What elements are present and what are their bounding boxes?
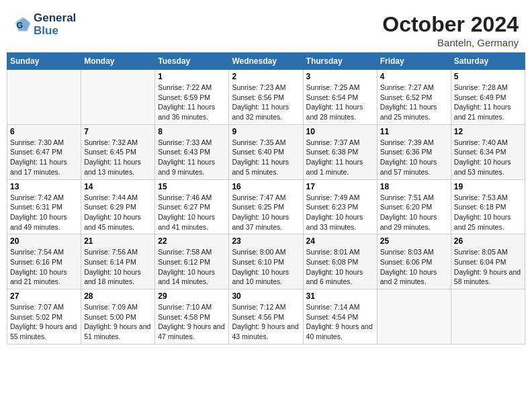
weekday-header-row: SundayMondayTuesdayWednesdayThursdayFrid… <box>7 53 525 70</box>
day-number: 23 <box>232 236 300 246</box>
calendar-cell: 6Sunrise: 7:30 AMSunset: 6:47 PMDaylight… <box>7 124 81 179</box>
weekday-header-thursday: Thursday <box>303 53 377 70</box>
calendar-cell: 28Sunrise: 7:09 AMSunset: 5:00 PMDayligh… <box>81 289 155 345</box>
cell-info: Sunrise: 7:37 AMSunset: 6:38 PMDaylight:… <box>306 138 374 177</box>
cell-info: Sunrise: 7:30 AMSunset: 6:47 PMDaylight:… <box>10 138 78 177</box>
calendar-cell: 9Sunrise: 7:35 AMSunset: 6:40 PMDaylight… <box>229 124 303 179</box>
weekday-header-sunday: Sunday <box>7 53 81 70</box>
cell-info: Sunrise: 7:28 AMSunset: 6:49 PMDaylight:… <box>454 83 522 122</box>
cell-info: Sunrise: 7:09 AMSunset: 5:00 PMDaylight:… <box>84 302 152 342</box>
day-number: 10 <box>306 127 374 136</box>
day-number: 20 <box>10 236 78 246</box>
day-number: 7 <box>84 127 152 136</box>
calendar-cell: 13Sunrise: 7:42 AMSunset: 6:31 PMDayligh… <box>7 179 81 234</box>
cell-info: Sunrise: 7:56 AMSunset: 6:14 PMDaylight:… <box>84 247 152 287</box>
calendar-cell: 1Sunrise: 7:22 AMSunset: 6:59 PMDaylight… <box>155 70 229 125</box>
calendar-cell: 3Sunrise: 7:25 AMSunset: 6:54 PMDaylight… <box>303 70 377 125</box>
location: Banteln, Germany <box>382 37 519 48</box>
calendar-cell: 7Sunrise: 7:32 AMSunset: 6:45 PMDaylight… <box>81 124 155 179</box>
week-row-3: 13Sunrise: 7:42 AMSunset: 6:31 PMDayligh… <box>7 179 525 234</box>
week-row-2: 6Sunrise: 7:30 AMSunset: 6:47 PMDaylight… <box>7 124 525 179</box>
week-row-1: 1Sunrise: 7:22 AMSunset: 6:59 PMDaylight… <box>7 70 525 125</box>
calendar-cell: 18Sunrise: 7:51 AMSunset: 6:20 PMDayligh… <box>377 179 451 234</box>
cell-info: Sunrise: 7:10 AMSunset: 4:58 PMDaylight:… <box>158 302 226 342</box>
logo-icon: G <box>13 15 32 34</box>
day-number: 6 <box>10 127 78 136</box>
cell-info: Sunrise: 7:25 AMSunset: 6:54 PMDaylight:… <box>306 83 374 122</box>
calendar-cell: 24Sunrise: 8:01 AMSunset: 6:08 PMDayligh… <box>303 234 377 289</box>
calendar-cell: 4Sunrise: 7:27 AMSunset: 6:52 PMDaylight… <box>377 70 451 125</box>
calendar-cell: 14Sunrise: 7:44 AMSunset: 6:29 PMDayligh… <box>81 179 155 234</box>
calendar-cell: 23Sunrise: 8:00 AMSunset: 6:10 PMDayligh… <box>229 234 303 289</box>
day-number: 8 <box>158 127 226 136</box>
day-number: 19 <box>454 182 522 191</box>
cell-info: Sunrise: 8:03 AMSunset: 6:06 PMDaylight:… <box>380 247 448 287</box>
day-number: 13 <box>10 182 78 191</box>
cell-info: Sunrise: 7:33 AMSunset: 6:43 PMDaylight:… <box>158 138 226 177</box>
weekday-header-tuesday: Tuesday <box>155 53 229 70</box>
cell-info: Sunrise: 7:22 AMSunset: 6:59 PMDaylight:… <box>158 83 226 122</box>
cell-info: Sunrise: 8:00 AMSunset: 6:10 PMDaylight:… <box>232 247 300 287</box>
calendar-cell: 11Sunrise: 7:39 AMSunset: 6:36 PMDayligh… <box>377 124 451 179</box>
cell-info: Sunrise: 7:47 AMSunset: 6:25 PMDaylight:… <box>232 193 300 232</box>
cell-info: Sunrise: 8:05 AMSunset: 6:04 PMDaylight:… <box>454 247 522 287</box>
calendar-cell: 29Sunrise: 7:10 AMSunset: 4:58 PMDayligh… <box>155 289 229 345</box>
cell-info: Sunrise: 7:49 AMSunset: 6:23 PMDaylight:… <box>306 193 374 232</box>
day-number: 26 <box>454 236 522 246</box>
day-number: 31 <box>306 291 374 301</box>
calendar-table: SundayMondayTuesdayWednesdayThursdayFrid… <box>7 52 525 345</box>
day-number: 9 <box>232 127 300 136</box>
cell-info: Sunrise: 7:46 AMSunset: 6:27 PMDaylight:… <box>158 193 226 232</box>
calendar-cell: 19Sunrise: 7:53 AMSunset: 6:18 PMDayligh… <box>451 179 525 234</box>
day-number: 24 <box>306 236 374 246</box>
calendar-cell: 12Sunrise: 7:40 AMSunset: 6:34 PMDayligh… <box>451 124 525 179</box>
cell-info: Sunrise: 7:23 AMSunset: 6:56 PMDaylight:… <box>232 83 300 122</box>
day-number: 5 <box>454 72 522 81</box>
header: G General Blue October 2024 Banteln, Ger… <box>7 7 525 52</box>
day-number: 27 <box>10 291 78 301</box>
title-area: October 2024 Banteln, Germany <box>382 12 519 48</box>
day-number: 14 <box>84 182 152 191</box>
calendar-cell: 5Sunrise: 7:28 AMSunset: 6:49 PMDaylight… <box>451 70 525 125</box>
calendar-cell <box>451 289 525 345</box>
day-number: 3 <box>306 72 374 81</box>
calendar-cell: 27Sunrise: 7:07 AMSunset: 5:02 PMDayligh… <box>7 289 81 345</box>
calendar-cell: 20Sunrise: 7:54 AMSunset: 6:16 PMDayligh… <box>7 234 81 289</box>
calendar-cell <box>7 70 81 125</box>
calendar-cell: 22Sunrise: 7:58 AMSunset: 6:12 PMDayligh… <box>155 234 229 289</box>
cell-info: Sunrise: 7:40 AMSunset: 6:34 PMDaylight:… <box>454 138 522 177</box>
weekday-header-saturday: Saturday <box>451 53 525 70</box>
cell-info: Sunrise: 7:54 AMSunset: 6:16 PMDaylight:… <box>10 247 78 287</box>
cell-info: Sunrise: 7:53 AMSunset: 6:18 PMDaylight:… <box>454 193 522 232</box>
day-number: 17 <box>306 182 374 191</box>
calendar-cell <box>81 70 155 125</box>
calendar-cell: 17Sunrise: 7:49 AMSunset: 6:23 PMDayligh… <box>303 179 377 234</box>
day-number: 2 <box>232 72 300 81</box>
cell-info: Sunrise: 8:01 AMSunset: 6:08 PMDaylight:… <box>306 247 374 287</box>
day-number: 1 <box>158 72 226 81</box>
day-number: 30 <box>232 291 300 301</box>
cell-info: Sunrise: 7:07 AMSunset: 5:02 PMDaylight:… <box>10 302 78 342</box>
day-number: 4 <box>380 72 448 81</box>
cell-info: Sunrise: 7:27 AMSunset: 6:52 PMDaylight:… <box>380 83 448 122</box>
week-row-4: 20Sunrise: 7:54 AMSunset: 6:16 PMDayligh… <box>7 234 525 289</box>
cell-info: Sunrise: 7:39 AMSunset: 6:36 PMDaylight:… <box>380 138 448 177</box>
calendar-cell: 31Sunrise: 7:14 AMSunset: 4:54 PMDayligh… <box>303 289 377 345</box>
weekday-header-wednesday: Wednesday <box>229 53 303 70</box>
day-number: 16 <box>232 182 300 191</box>
day-number: 12 <box>454 127 522 136</box>
svg-text:G: G <box>17 20 23 30</box>
calendar-cell: 15Sunrise: 7:46 AMSunset: 6:27 PMDayligh… <box>155 179 229 234</box>
weekday-header-friday: Friday <box>377 53 451 70</box>
calendar-cell <box>377 289 451 345</box>
cell-info: Sunrise: 7:42 AMSunset: 6:31 PMDaylight:… <box>10 193 78 232</box>
logo-text: General Blue <box>34 12 76 37</box>
calendar-cell: 16Sunrise: 7:47 AMSunset: 6:25 PMDayligh… <box>229 179 303 234</box>
calendar-cell: 8Sunrise: 7:33 AMSunset: 6:43 PMDaylight… <box>155 124 229 179</box>
day-number: 22 <box>158 236 226 246</box>
cell-info: Sunrise: 7:58 AMSunset: 6:12 PMDaylight:… <box>158 247 226 287</box>
day-number: 15 <box>158 182 226 191</box>
month-year: October 2024 <box>382 12 519 37</box>
calendar-cell: 30Sunrise: 7:12 AMSunset: 4:56 PMDayligh… <box>229 289 303 345</box>
calendar-cell: 26Sunrise: 8:05 AMSunset: 6:04 PMDayligh… <box>451 234 525 289</box>
